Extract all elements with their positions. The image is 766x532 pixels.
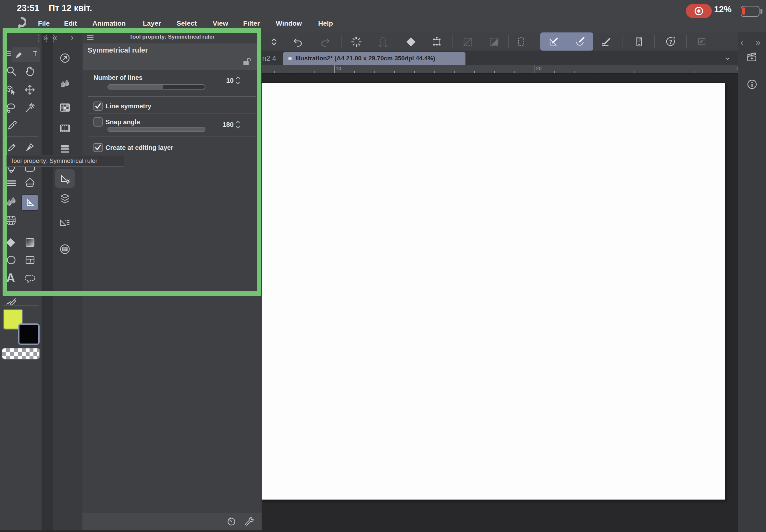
ruler-minor-tick xyxy=(675,71,675,73)
partial-tab-label[interactable]: n2 4 xyxy=(262,54,276,63)
battery-icon xyxy=(741,6,760,17)
commandbar-collapse-icon[interactable] xyxy=(269,37,279,47)
timelapse-icon[interactable] xyxy=(745,50,759,64)
snap-to-ruler-button[interactable] xyxy=(548,36,559,47)
menu-filter[interactable]: Filter xyxy=(243,19,260,27)
transform-icon[interactable] xyxy=(431,36,443,48)
menu-animation[interactable]: Animation xyxy=(92,19,126,27)
fullscreen-icon[interactable] xyxy=(696,36,708,47)
ruler-minor-tick xyxy=(554,71,555,73)
ruler-minor-tick xyxy=(434,71,435,73)
deselect-icon[interactable] xyxy=(377,36,389,48)
tooltip: Tool property: Symmetrical ruler xyxy=(6,155,124,167)
redo-icon[interactable] xyxy=(320,36,331,48)
menu-help[interactable]: Help xyxy=(318,19,333,27)
commandbar-prev-icon[interactable]: ‹ xyxy=(740,38,743,47)
ruler-label: 20 xyxy=(536,66,542,71)
top-chrome: 23:51 Пт 12 квіт. 12% File Edit Animatio… xyxy=(0,0,766,32)
ruler-minor-tick xyxy=(474,71,475,73)
ruler-minor-tick xyxy=(575,71,575,73)
help-icon[interactable]: ? xyxy=(665,36,676,47)
canvas-ruler: 102030 xyxy=(261,65,738,74)
ruler-minor-tick xyxy=(595,71,595,73)
menu-layer[interactable]: Layer xyxy=(143,19,161,27)
companion-device-icon[interactable] xyxy=(633,36,645,47)
panel-footer xyxy=(82,513,261,530)
convert-selection-icon[interactable] xyxy=(462,36,474,48)
status-date: Пт 12 квіт. xyxy=(49,3,92,13)
ruler-minor-tick xyxy=(615,71,615,73)
mask-selection-icon[interactable] xyxy=(489,36,500,48)
menu-window[interactable]: Window xyxy=(276,19,302,27)
menu-file[interactable]: File xyxy=(38,19,50,27)
ruler-minor-tick xyxy=(374,71,375,73)
ruler-minor-tick xyxy=(414,71,415,73)
document-tab-bar: n2 4 Illustration2* (A4 21.00 x 29.70cm … xyxy=(261,51,738,65)
info-icon[interactable] xyxy=(746,78,759,91)
bottom-edge xyxy=(0,530,261,532)
reset-settings-icon[interactable] xyxy=(226,516,237,526)
transparent-color-swatch[interactable] xyxy=(2,348,40,359)
ruler-minor-tick xyxy=(695,71,695,73)
ruler-major-tick xyxy=(535,65,535,73)
ruler-major-tick xyxy=(334,65,334,73)
menu-view[interactable]: View xyxy=(213,19,228,27)
status-time: 23:51 xyxy=(17,3,39,13)
ruler-minor-tick xyxy=(294,71,295,73)
snap-buttons-group xyxy=(540,32,593,51)
right-strip: ‹ » xyxy=(738,32,766,532)
ruler-major-tick xyxy=(735,65,736,73)
ruler-minor-tick xyxy=(354,71,355,73)
rail-divider xyxy=(3,305,39,306)
wrench-settings-icon[interactable] xyxy=(244,516,254,526)
record-icon-dot xyxy=(697,9,700,13)
unsaved-dot-icon xyxy=(288,57,292,60)
ruler-minor-tick xyxy=(715,71,715,73)
canvas-viewport[interactable] xyxy=(261,74,738,532)
tab-dropdown-icon[interactable]: ⌄ xyxy=(724,52,731,62)
ruler-label: 30 xyxy=(736,66,738,71)
ruler-minor-tick xyxy=(635,71,635,73)
ruler-minor-tick xyxy=(455,71,455,73)
command-bar: ? xyxy=(261,32,738,51)
ruler-minor-tick xyxy=(274,71,274,73)
menu-bar: File Edit Animation Layer Select View Fi… xyxy=(0,19,390,29)
screen-recording-pill[interactable] xyxy=(686,4,712,18)
ruler-minor-tick xyxy=(515,71,515,73)
selection-launcher-icon[interactable] xyxy=(516,36,527,48)
clear-layer-icon[interactable] xyxy=(350,36,362,48)
sub-color-swatch[interactable] xyxy=(18,323,40,345)
battery-tip xyxy=(760,9,762,14)
menu-edit[interactable]: Edit xyxy=(64,19,77,27)
undo-icon[interactable] xyxy=(292,36,303,48)
commandbar-more-icon[interactable]: » xyxy=(756,38,760,47)
active-tab-label: Illustration2* (A4 21.00 x 29.70cm 350dp… xyxy=(295,55,435,62)
svg-text:?: ? xyxy=(669,39,673,45)
snap-to-grid-icon[interactable] xyxy=(600,36,612,47)
ruler-minor-tick xyxy=(494,71,495,73)
menu-select[interactable]: Select xyxy=(176,19,197,27)
battery-percent: 12% xyxy=(714,5,732,15)
tooltip-text: Tool property: Symmetrical ruler xyxy=(10,157,97,164)
ruler-label: 10 xyxy=(335,66,341,71)
fill-icon[interactable] xyxy=(405,36,417,48)
document-canvas[interactable] xyxy=(261,83,725,500)
ruler-minor-tick xyxy=(314,71,315,73)
ruler-minor-tick xyxy=(655,71,655,73)
ruler-minor-tick xyxy=(394,71,395,73)
active-document-tab[interactable]: Illustration2* (A4 21.00 x 29.70cm 350dp… xyxy=(283,52,466,65)
snap-to-special-ruler-button[interactable] xyxy=(574,36,586,47)
